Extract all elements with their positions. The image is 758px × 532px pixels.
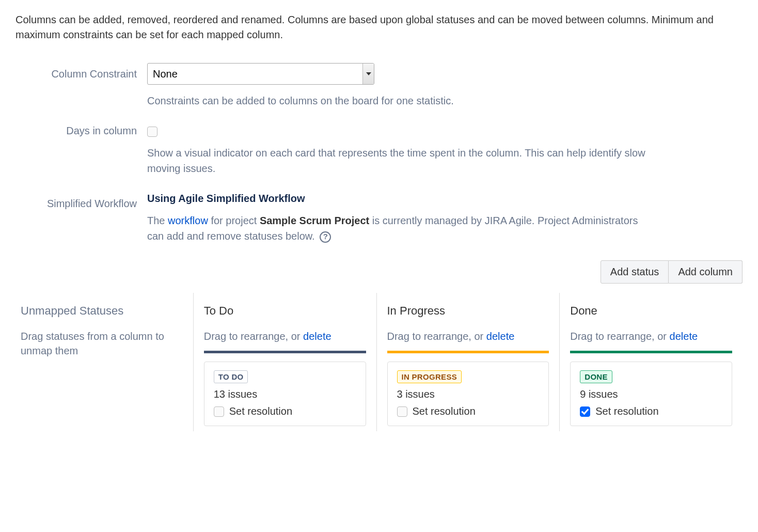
- intro-text: Columns can be added, removed, reordered…: [15, 12, 743, 42]
- columns-container: Unmapped Statuses Drag statuses from a c…: [15, 293, 743, 431]
- project-name: Sample Scrum Project: [260, 215, 369, 226]
- issue-count: 9 issues: [580, 388, 722, 400]
- unmapped-title: Unmapped Statuses: [21, 304, 183, 318]
- status-card[interactable]: DONE 9 issues Set resolution: [570, 362, 732, 426]
- unmapped-sub: Drag statuses from a column to unmap the…: [21, 329, 183, 358]
- add-column-button[interactable]: Add column: [669, 260, 743, 284]
- status-lozenge: IN PROGRESS: [397, 370, 462, 383]
- status-card[interactable]: TO DO 13 issues Set resolution: [204, 362, 366, 426]
- resolution-checkbox[interactable]: [397, 406, 407, 417]
- workflow-label: Simplified Workflow: [15, 193, 147, 210]
- status-lozenge: TO DO: [214, 370, 248, 383]
- column-sub: Drag to rearrange, or delete: [387, 329, 549, 343]
- column-title[interactable]: Done: [570, 304, 732, 318]
- resolution-label: Set resolution: [229, 405, 292, 417]
- column-done[interactable]: Done Drag to rearrange, or delete DONE 9…: [559, 293, 743, 431]
- help-icon[interactable]: ?: [320, 231, 331, 243]
- delete-link[interactable]: delete: [303, 331, 331, 342]
- days-helper: Show a visual indicator on each card tha…: [147, 145, 653, 176]
- workflow-desc: The workflow for project Sample Scrum Pr…: [147, 213, 653, 244]
- resolution-checkbox[interactable]: [214, 406, 224, 417]
- workflow-link[interactable]: workflow: [168, 215, 208, 226]
- add-status-button[interactable]: Add status: [601, 260, 669, 284]
- days-checkbox[interactable]: [147, 127, 157, 137]
- constraint-label: Column Constraint: [15, 63, 147, 80]
- column-todo[interactable]: To Do Drag to rearrange, or delete TO DO…: [193, 293, 376, 431]
- unmapped-column[interactable]: Unmapped Statuses Drag statuses from a c…: [15, 293, 193, 431]
- column-bar: [204, 351, 366, 353]
- resolution-label: Set resolution: [413, 405, 476, 417]
- resolution-label: Set resolution: [595, 405, 658, 417]
- delete-link[interactable]: delete: [486, 331, 515, 342]
- constraint-helper: Constraints can be added to columns on t…: [147, 93, 653, 108]
- issue-count: 3 issues: [397, 388, 540, 400]
- delete-link[interactable]: delete: [670, 331, 698, 342]
- issue-count: 13 issues: [214, 388, 356, 400]
- status-lozenge: DONE: [580, 370, 612, 383]
- resolution-checkbox[interactable]: [580, 406, 590, 417]
- column-bar: [387, 351, 549, 353]
- column-bar: [570, 351, 732, 353]
- constraint-select[interactable]: None: [147, 63, 374, 85]
- column-title[interactable]: In Progress: [387, 304, 549, 318]
- column-inprogress[interactable]: In Progress Drag to rearrange, or delete…: [376, 293, 560, 431]
- workflow-title: Using Agile Simplified Workflow: [147, 193, 653, 205]
- days-label: Days in column: [15, 125, 147, 137]
- column-title[interactable]: To Do: [204, 304, 366, 318]
- column-sub: Drag to rearrange, or delete: [204, 329, 366, 343]
- column-sub: Drag to rearrange, or delete: [570, 329, 732, 343]
- status-card[interactable]: IN PROGRESS 3 issues Set resolution: [387, 362, 549, 426]
